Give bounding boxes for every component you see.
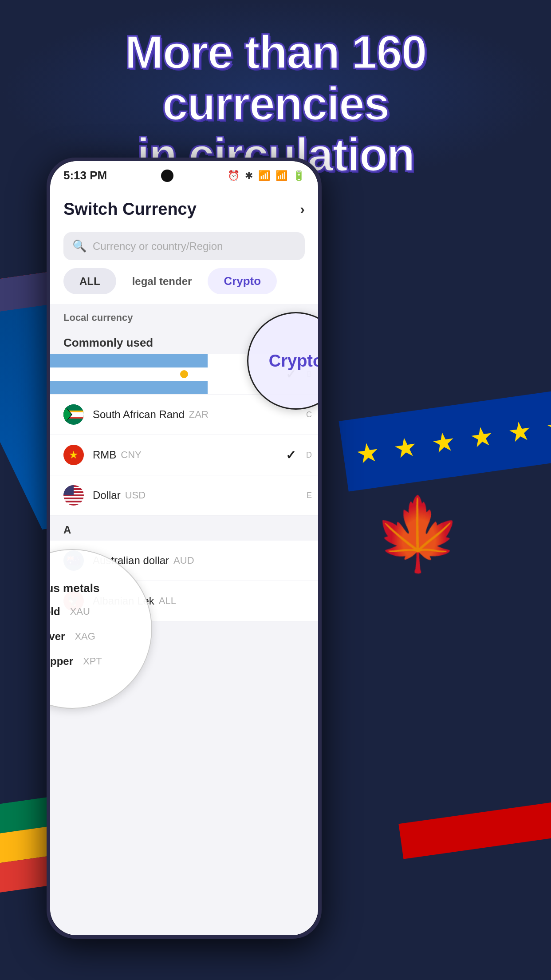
check-cny: ✓ (286, 448, 296, 462)
silver-code: XAG (75, 631, 95, 642)
alarm-icon: ⏰ (228, 170, 240, 182)
nav-arrow[interactable]: › (300, 201, 305, 217)
currency-code-cny: CNY (121, 449, 141, 461)
tab-crypto[interactable]: Crypto (208, 268, 277, 294)
status-icons: ⏰ ✱ 📶 📶 🔋 (228, 170, 305, 182)
currency-code-all: ALL (159, 595, 176, 607)
wifi-icon: 📶 (258, 170, 270, 182)
signal-icon: 📶 (276, 170, 287, 182)
bluetooth-icon: ✱ (245, 170, 253, 182)
metal-item-copper[interactable]: PT Copper XPT (50, 652, 102, 671)
currency-name-zar: South African Rand (93, 408, 185, 421)
currency-code-aud: AUD (173, 555, 194, 566)
flag-zar (63, 404, 84, 425)
alpha-c: C (306, 410, 312, 419)
currency-code-usd: USD (125, 490, 146, 501)
precious-metals-title: Precious metals (50, 581, 99, 595)
alpha-d: D (306, 450, 312, 460)
currency-name-usd: Dollar (93, 489, 121, 502)
header-title: Switch Currency (63, 200, 197, 219)
metal-item-gold[interactable]: AU Gold XAU (50, 602, 90, 621)
currency-item-usd[interactable]: Dollar USD E (50, 475, 318, 516)
currency-name-cny: RMB (93, 449, 116, 461)
bg-flag-eu: ★ ★ ★ ★ ★ ★ (339, 387, 551, 492)
tab-all[interactable]: ALL (63, 268, 116, 294)
metal-item-silver[interactable]: AG Silver XAG (50, 627, 95, 646)
tab-legal-tender[interactable]: legal tender (116, 268, 208, 294)
section-a-header: A (50, 516, 318, 541)
filter-tabs: ALL legal tender Crypto (50, 268, 318, 304)
phone-frame: 5:13 PM ⏰ ✱ 📶 📶 🔋 Switch Currency › 🔍 Cu… (47, 158, 322, 939)
currency-code-zar: ZAR (189, 409, 209, 420)
phone-screen: 5:13 PM ⏰ ✱ 📶 📶 🔋 Switch Currency › 🔍 Cu… (50, 161, 318, 935)
status-bar: 5:13 PM ⏰ ✱ 📶 📶 🔋 (50, 161, 318, 190)
silver-name: Silver (50, 630, 65, 643)
crypto-bubble-text: Crypto (269, 352, 318, 371)
search-icon: 🔍 (72, 239, 87, 253)
copper-name: Copper (50, 655, 73, 668)
status-time: 5:13 PM (63, 169, 107, 182)
copper-code: XPT (83, 656, 102, 667)
bg-flag-red-stripe (398, 799, 551, 859)
camera-notch (161, 170, 173, 182)
search-bar-container: 🔍 Currency or country/Region (50, 227, 318, 268)
alpha-e: E (307, 491, 312, 500)
flag-usd (63, 485, 84, 506)
gold-code: XAU (70, 606, 90, 617)
flag-cny: ★ (63, 445, 84, 465)
currency-item-cny[interactable]: ★ RMB CNY ✓ D (50, 435, 318, 475)
app-header: Switch Currency › (50, 190, 318, 227)
battery-icon: 🔋 (293, 170, 305, 182)
search-input-wrap[interactable]: 🔍 Currency or country/Region (63, 232, 305, 260)
flag-ars (63, 364, 84, 384)
bg-flag-canada-leaf: 🍁 (374, 493, 462, 576)
gold-name: Gold (50, 605, 60, 618)
search-placeholder: Currency or country/Region (93, 240, 223, 253)
